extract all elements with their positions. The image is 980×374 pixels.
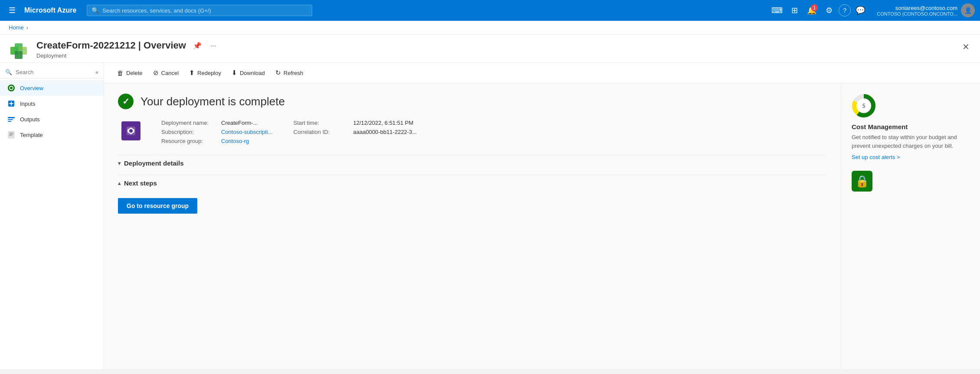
start-time-value: 12/12/2022, 6:51:51 PM (353, 120, 414, 126)
global-search-container: 🔍 (87, 5, 312, 16)
feedback-icon[interactable]: 💬 (853, 3, 868, 18)
breadcrumb-home[interactable]: Home (9, 24, 24, 31)
redeploy-label: Redeploy (197, 70, 221, 76)
deployment-name-field: Deployment name: CreateForm-... (161, 120, 273, 126)
correlation-label: Correlation ID: (294, 129, 350, 135)
sidebar: 🔍 « Overview Inputs Outputs Te (0, 63, 104, 369)
deployment-success-header: ✓ Your deployment is complete (118, 94, 827, 109)
outputs-icon (7, 115, 16, 124)
deployment-details-label: Deployment details (124, 159, 184, 167)
svg-rect-10 (8, 121, 11, 122)
topnav-icon-group: ⌨ ⊞ 🔔 1 ⚙ ? 💬 (769, 3, 868, 18)
refresh-icon: ↻ (275, 69, 281, 77)
user-avatar: 👤 (961, 3, 975, 17)
svg-rect-9 (8, 119, 13, 120)
delete-button[interactable]: 🗑 Delete (113, 67, 147, 79)
security-card: 🔒 (852, 171, 970, 192)
cost-alerts-link[interactable]: Set up cost alerts > (852, 154, 900, 160)
sidebar-item-outputs-label: Outputs (20, 116, 40, 123)
more-options-icon[interactable]: ··· (209, 40, 218, 52)
sidebar-item-inputs-label: Inputs (20, 101, 35, 107)
global-search-input[interactable] (102, 7, 307, 14)
breadcrumb: Home › (0, 21, 980, 35)
deployment-details-chevron: ▾ (118, 160, 121, 166)
deployment-resource-icon (121, 121, 140, 140)
pin-icon[interactable]: 📌 (191, 40, 203, 52)
sidebar-item-outputs[interactable]: Outputs (0, 111, 104, 127)
page-title: CreateForm-20221212 | Overview (36, 40, 186, 51)
correlation-field: Correlation ID: aaaa0000-bb11-2222-3... (294, 129, 417, 135)
cost-management-icon: $ (852, 94, 876, 118)
subscription-label: Subscription: (161, 129, 218, 135)
resource-group-field: Resource group: Contoso-rg (161, 138, 273, 144)
resource-group-label: Resource group: (161, 138, 218, 144)
redeploy-button[interactable]: ⬆ Redeploy (185, 66, 225, 79)
download-label: Download (240, 70, 265, 76)
next-steps-section: ▴ Next steps Go to resource group (118, 175, 827, 221)
help-icon[interactable]: ? (839, 4, 851, 16)
hamburger-menu[interactable]: ☰ (5, 4, 19, 17)
deployment-fields-left: Deployment name: CreateForm-... Subscrip… (161, 120, 273, 144)
deployment-resource-icon-col (121, 120, 140, 144)
refresh-button[interactable]: ↻ Refresh (271, 66, 308, 79)
notification-badge: 1 (811, 4, 818, 11)
page-subtitle: Deployment (36, 52, 954, 59)
next-steps-header[interactable]: ▴ Next steps (118, 175, 827, 191)
start-time-label: Start time: (294, 120, 350, 126)
subscription-field: Subscription: Contoso-subscripti... (161, 129, 273, 135)
portal-menu-icon[interactable]: ⊞ (787, 3, 802, 18)
svg-point-6 (10, 87, 13, 89)
azure-cube-icon (9, 42, 29, 62)
deployment-details-section: ▾ Deployment details (118, 155, 827, 171)
main-layout: 🔍 « Overview Inputs Outputs Te (0, 63, 980, 369)
start-time-field: Start time: 12/12/2022, 6:51:51 PM (294, 120, 417, 126)
template-icon (7, 130, 16, 139)
cost-management-title: Cost Management (852, 123, 970, 130)
main-left-panel: ✓ Your deployment is complete (104, 83, 841, 369)
sidebar-collapse-icon[interactable]: « (95, 69, 98, 75)
svg-text:$: $ (862, 103, 866, 109)
close-icon[interactable]: ✕ (960, 40, 971, 54)
next-steps-chevron: ▴ (118, 180, 121, 186)
main-content: ✓ Your deployment is complete (104, 83, 980, 369)
cost-management-text: Get notified to stay within your budget … (852, 133, 970, 150)
delete-label: Delete (126, 70, 143, 76)
correlation-value: aaaa0000-bb11-2222-3... (353, 129, 417, 135)
overview-icon (7, 84, 16, 92)
resource-group-link[interactable]: Contoso-rg (221, 138, 249, 144)
next-steps-label: Next steps (124, 179, 157, 187)
go-to-resource-group-button[interactable]: Go to resource group (118, 198, 197, 214)
cloud-shell-icon[interactable]: ⌨ (769, 3, 785, 18)
page-title-block: CreateForm-20221212 | Overview 📌 ··· Dep… (36, 40, 954, 59)
deployment-fields-right: Start time: 12/12/2022, 6:51:51 PM Corre… (294, 120, 417, 144)
sidebar-item-template[interactable]: Template (0, 127, 104, 143)
sidebar-search-icon: 🔍 (5, 69, 12, 75)
cancel-label: Cancel (161, 70, 179, 76)
cost-management-card: $ Cost Management Get notified to stay w… (852, 94, 970, 160)
settings-icon[interactable]: ⚙ (821, 3, 837, 18)
cancel-icon: ⊘ (153, 69, 159, 77)
sidebar-search-input[interactable] (16, 69, 92, 75)
toolbar: 🗑 Delete ⊘ Cancel ⬆ Redeploy ⬇ Download … (104, 63, 980, 83)
svg-rect-8 (8, 117, 15, 118)
cancel-button[interactable]: ⊘ Cancel (149, 66, 183, 79)
right-panel: $ Cost Management Get notified to stay w… (841, 83, 980, 369)
download-icon: ⬇ (232, 69, 237, 77)
breadcrumb-separator: › (26, 24, 28, 31)
security-shield-icon: 🔒 (852, 171, 872, 192)
resource-icon (9, 42, 29, 62)
download-button[interactable]: ⬇ Download (227, 66, 269, 79)
sidebar-item-template-label: Template (20, 132, 43, 138)
notifications-icon[interactable]: 🔔 1 (804, 3, 820, 18)
sidebar-item-overview[interactable]: Overview (0, 80, 104, 96)
user-profile[interactable]: soniarees@contoso.com CONTOSO (CONTOSO.O… (877, 3, 975, 17)
deployment-info: Deployment name: CreateForm-... Subscrip… (118, 120, 827, 144)
sidebar-search-bar: 🔍 « (0, 66, 104, 78)
deployment-success-title: Your deployment is complete (140, 95, 285, 108)
sidebar-item-inputs[interactable]: Inputs (0, 96, 104, 111)
deployment-details-header[interactable]: ▾ Deployment details (118, 155, 827, 171)
subscription-link[interactable]: Contoso-subscripti... (221, 129, 273, 135)
search-icon: 🔍 (91, 7, 99, 14)
svg-rect-3 (15, 51, 23, 59)
top-navigation: ☰ Microsoft Azure 🔍 ⌨ ⊞ 🔔 1 ⚙ ? 💬 soniar… (0, 0, 980, 21)
